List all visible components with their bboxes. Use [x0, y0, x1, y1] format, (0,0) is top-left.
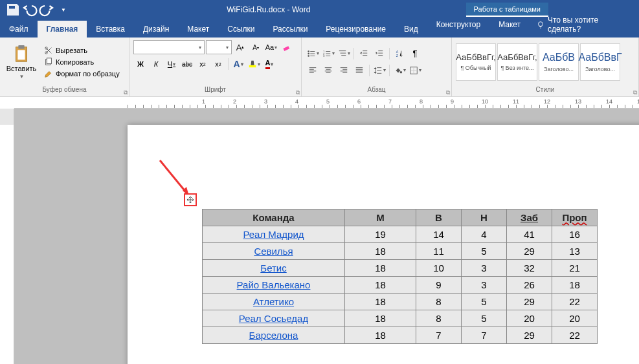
style-item-3[interactable]: АаБбВвГЗаголово...	[580, 43, 620, 81]
team-cell[interactable]: Райо Вальекано	[203, 277, 345, 294]
paste-button[interactable]: Вставить ▼	[4, 44, 39, 80]
format-painter-button[interactable]: Формат по образцу	[43, 69, 121, 79]
change-case-button[interactable]: Aa▾	[264, 40, 278, 54]
style-item-0[interactable]: АаБбВвГг,¶ Обычный	[456, 43, 496, 81]
data-cell[interactable]: 18	[345, 294, 416, 310]
table-header[interactable]: Команда	[203, 209, 345, 226]
indent-button[interactable]	[372, 47, 387, 61]
data-cell[interactable]: 8	[416, 310, 462, 327]
data-cell[interactable]: 18	[345, 260, 416, 277]
clipboard-launcher-icon[interactable]: ⧉	[124, 89, 128, 96]
data-cell[interactable]: 18	[345, 327, 416, 344]
table-header[interactable]: Заб	[507, 209, 552, 226]
font-name-combo[interactable]: ▾	[133, 40, 205, 54]
tab-insert[interactable]: Вставка	[87, 21, 134, 37]
data-cell[interactable]: 18	[345, 310, 416, 327]
data-cell[interactable]: 9	[416, 277, 462, 294]
tab-layout[interactable]: Макет	[178, 21, 218, 37]
data-cell[interactable]: 16	[552, 226, 598, 243]
document-page[interactable]: КомандаМВНЗабПропРеал Мадрид191444116Сев…	[128, 125, 639, 364]
team-cell[interactable]: Бетис	[203, 260, 345, 277]
table-row[interactable]: Реал Сосьедад18852020	[203, 310, 598, 327]
data-cell[interactable]: 20	[507, 310, 552, 327]
data-cell[interactable]: 18	[345, 277, 416, 294]
tab-file[interactable]: Файл	[0, 21, 38, 37]
table-select-handle[interactable]	[184, 193, 197, 206]
data-cell[interactable]: 29	[507, 294, 552, 310]
style-item-1[interactable]: АаБбВвГг,¶ Без инте...	[497, 43, 537, 81]
data-cell[interactable]: 18	[345, 243, 416, 260]
para-launcher-icon[interactable]: ⧉	[446, 89, 450, 96]
underline-button[interactable]: Ч▾	[164, 57, 179, 71]
data-cell[interactable]: 7	[416, 327, 462, 344]
numbering-button[interactable]: 123▾	[321, 47, 335, 61]
data-cell[interactable]: 32	[507, 260, 552, 277]
data-cell[interactable]: 5	[462, 294, 507, 310]
team-cell[interactable]: Реал Мадрид	[203, 226, 345, 243]
tab-references[interactable]: Ссылки	[218, 21, 263, 37]
pilcrow-button[interactable]: ¶	[408, 47, 422, 61]
team-cell[interactable]: Реал Сосьедад	[203, 310, 345, 327]
align-left-button[interactable]	[306, 63, 320, 78]
horizontal-ruler[interactable]: 123456789101112131415	[14, 97, 639, 109]
tab-review[interactable]: Рецензирование	[317, 21, 395, 37]
undo-icon[interactable]	[22, 2, 38, 17]
font-launcher-icon[interactable]: ⧉	[296, 89, 300, 96]
data-cell[interactable]: 22	[552, 294, 598, 310]
team-cell[interactable]: Атлетико	[203, 294, 345, 310]
team-cell[interactable]: Барселона	[203, 327, 345, 344]
data-cell[interactable]: 19	[345, 226, 416, 243]
superscript-button[interactable]: x2	[211, 57, 225, 71]
data-cell[interactable]: 29	[507, 243, 552, 260]
font-size-combo[interactable]: ▾	[206, 40, 232, 54]
data-cell[interactable]: 11	[416, 243, 462, 260]
table-row[interactable]: Атлетико18852922	[203, 294, 598, 310]
borders-button[interactable]: ▾	[408, 63, 422, 78]
justify-button[interactable]	[352, 63, 366, 78]
table-row[interactable]: Реал Мадрид191444116	[203, 226, 598, 243]
data-cell[interactable]: 8	[416, 294, 462, 310]
save-icon[interactable]	[5, 2, 21, 17]
line-spacing-button[interactable]: ▾	[372, 63, 387, 78]
table-row[interactable]: Бетис181033221	[203, 260, 598, 277]
cut-button[interactable]: Вырезать	[43, 45, 121, 56]
styles-launcher-icon[interactable]: ⧉	[633, 89, 637, 96]
data-cell[interactable]: 20	[552, 310, 598, 327]
bullets-button[interactable]: ▾	[306, 47, 320, 61]
table-header[interactable]: В	[416, 209, 462, 226]
table-row[interactable]: Райо Вальекано18932618	[203, 277, 598, 294]
data-cell[interactable]: 29	[507, 327, 552, 344]
tab-view[interactable]: Вид	[395, 21, 427, 37]
data-cell[interactable]: 3	[462, 260, 507, 277]
table-row[interactable]: Барселона18772922	[203, 327, 598, 344]
data-cell[interactable]: 3	[462, 277, 507, 294]
copy-button[interactable]: Копировать	[43, 57, 121, 67]
data-cell[interactable]: 18	[552, 277, 598, 294]
font-color-button[interactable]: A▾	[262, 57, 276, 71]
align-right-button[interactable]	[337, 63, 351, 78]
tell-me-search[interactable]: Что вы хотите сделать?	[530, 12, 639, 37]
style-item-2[interactable]: АаБбВЗаголово...	[539, 43, 579, 81]
tab-mailings[interactable]: Рассылки	[264, 21, 317, 37]
italic-button[interactable]: К	[149, 57, 163, 71]
align-center-button[interactable]	[321, 63, 335, 78]
document-table[interactable]: КомандаМВНЗабПропРеал Мадрид191444116Сев…	[202, 209, 598, 344]
bold-button[interactable]: Ж	[133, 57, 148, 71]
data-cell[interactable]: 10	[416, 260, 462, 277]
shrink-font-button[interactable]: A▾	[249, 40, 263, 54]
table-header[interactable]: Проп	[552, 209, 598, 226]
data-cell[interactable]: 13	[552, 243, 598, 260]
subscript-button[interactable]: x2	[196, 57, 210, 71]
qat-dropdown-icon[interactable]: ▼	[56, 2, 71, 17]
data-cell[interactable]: 21	[552, 260, 598, 277]
multilevel-button[interactable]: ▾	[337, 47, 351, 61]
tab-design[interactable]: Дизайн	[134, 21, 178, 37]
data-cell[interactable]: 4	[462, 226, 507, 243]
data-cell[interactable]: 26	[507, 277, 552, 294]
tab-constructor[interactable]: Конструктор	[427, 16, 489, 33]
vertical-ruler[interactable]	[0, 109, 14, 364]
tab-layout2[interactable]: Макет	[489, 16, 530, 33]
team-cell[interactable]: Севилья	[203, 243, 345, 260]
grow-font-button[interactable]: A▴	[233, 40, 247, 54]
table-header[interactable]: М	[345, 209, 416, 226]
